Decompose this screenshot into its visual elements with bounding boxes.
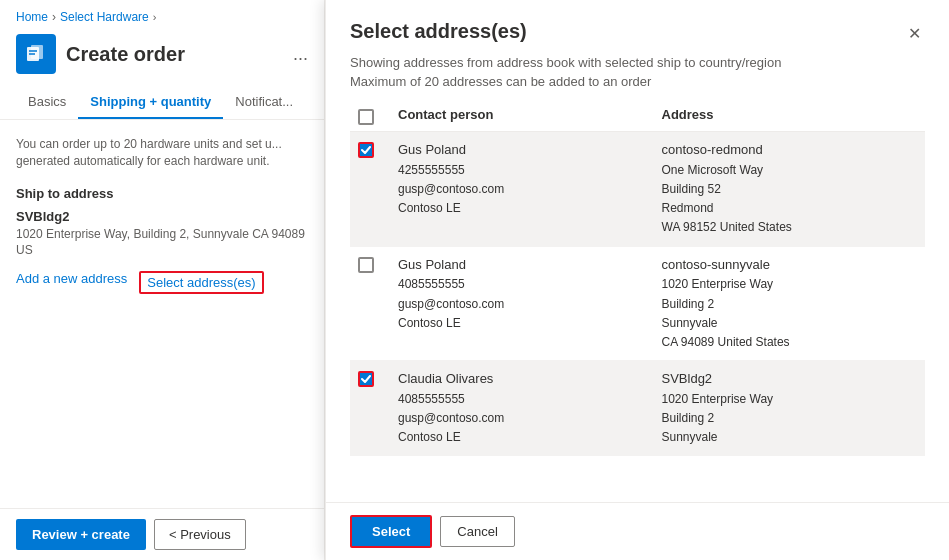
header-checkbox[interactable]: [358, 109, 374, 125]
select-address-link[interactable]: Select address(es): [139, 271, 263, 294]
row2-checkbox[interactable]: [358, 257, 374, 273]
breadcrumb-current[interactable]: Select Hardware: [60, 10, 149, 24]
row1-address: contoso-redmond One Microsoft Way Buildi…: [662, 140, 918, 238]
table-row: Claudia Olivares 4085555555 gusp@contoso…: [350, 361, 925, 456]
breadcrumb-sep1: ›: [52, 10, 56, 24]
svg-rect-1: [31, 45, 43, 59]
row3-address: SVBldg2 1020 Enterprise Way Building 2 S…: [662, 369, 918, 447]
page-title: Create order: [66, 43, 285, 66]
cancel-button[interactable]: Cancel: [440, 516, 514, 547]
row3-contact: Claudia Olivares 4085555555 gusp@contoso…: [398, 369, 654, 447]
breadcrumb-home[interactable]: Home: [16, 10, 48, 24]
modal-panel: Select address(es) ✕ Showing addresses f…: [325, 0, 949, 560]
modal-footer: Select Cancel: [326, 502, 949, 560]
tab-bar: Basics Shipping + quantity Notificat...: [0, 86, 324, 120]
modal-header: Select address(es) ✕: [326, 0, 949, 47]
modal-desc1: Showing addresses from address book with…: [326, 47, 949, 74]
previous-button[interactable]: < Previous: [154, 519, 246, 550]
row3-checkbox[interactable]: [358, 371, 374, 387]
table-header: Contact person Address: [350, 101, 925, 132]
breadcrumb-arrow: ›: [153, 11, 157, 23]
order-header: Create order ...: [0, 30, 324, 86]
breadcrumb: Home › Select Hardware ›: [0, 0, 324, 30]
tab-notification[interactable]: Notificat...: [223, 86, 305, 119]
more-options[interactable]: ...: [293, 44, 308, 65]
row1-contact: Gus Poland 4255555555 gusp@contoso.com C…: [398, 140, 654, 218]
panel-description: You can order up to 20 hardware units an…: [16, 136, 308, 170]
left-panel: Home › Select Hardware › Create order ..…: [0, 0, 325, 560]
modal-title: Select address(es): [350, 20, 527, 43]
tab-shipping[interactable]: Shipping + quantity: [78, 86, 223, 119]
address-table: Contact person Address Gus Poland 425555…: [350, 101, 925, 502]
ship-address: 1020 Enterprise Way, Building 2, Sunnyva…: [16, 226, 308, 260]
ship-section-label: Ship to address: [16, 186, 308, 201]
select-button[interactable]: Select: [350, 515, 432, 548]
row2-contact: Gus Poland 4085555555 gusp@contoso.com C…: [398, 255, 654, 333]
bottom-bar: Review + create < Previous: [0, 508, 324, 560]
add-address-link[interactable]: Add a new address: [16, 271, 127, 294]
order-icon: [16, 34, 56, 74]
ship-name: SVBldg2: [16, 209, 308, 224]
action-links: Add a new address Select address(es): [16, 271, 308, 294]
tab-basics[interactable]: Basics: [16, 86, 78, 119]
col-contact-header: Contact person: [398, 107, 654, 125]
table-row: Gus Poland 4085555555 gusp@contoso.com C…: [350, 247, 925, 362]
table-row: Gus Poland 4255555555 gusp@contoso.com C…: [350, 132, 925, 247]
panel-content: You can order up to 20 hardware units an…: [0, 120, 324, 508]
review-create-button[interactable]: Review + create: [16, 519, 146, 550]
close-button[interactable]: ✕: [904, 20, 925, 47]
modal-desc2: Maximum of 20 addresses can be added to …: [326, 74, 949, 101]
col-address-header: Address: [662, 107, 918, 125]
row2-address: contoso-sunnyvale 1020 Enterprise Way Bu…: [662, 255, 918, 353]
row1-checkbox[interactable]: [358, 142, 374, 158]
